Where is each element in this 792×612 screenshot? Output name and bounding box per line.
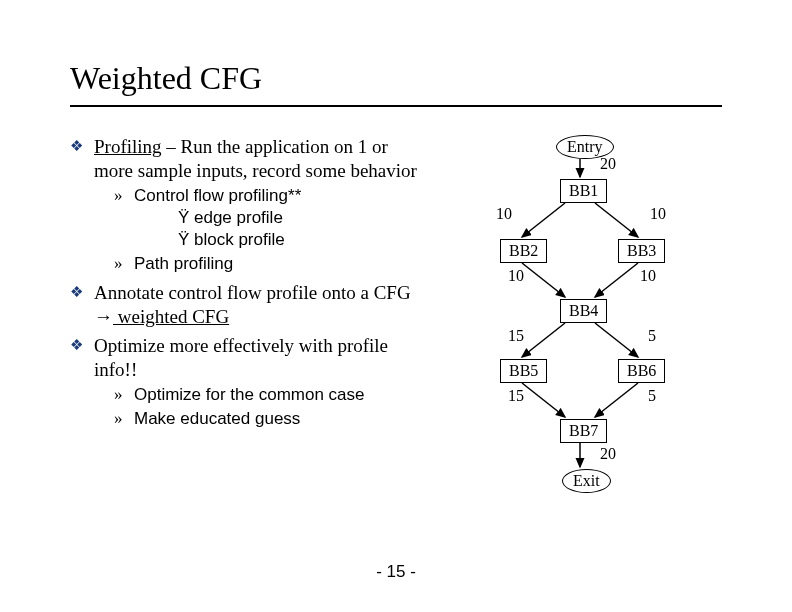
- sub-control-flow-label: Control flow profiling**: [134, 186, 301, 205]
- text-column: Profiling – Run the application on 1 or …: [70, 135, 430, 565]
- slide-title: Weighted CFG: [70, 60, 722, 107]
- weight-bb3-bb4: 10: [640, 267, 656, 285]
- svg-line-3: [522, 263, 565, 297]
- weight-bb4-bb6: 5: [648, 327, 656, 345]
- svg-line-1: [522, 203, 565, 237]
- subsub-list-cfp: edge profile block profile: [134, 207, 430, 251]
- svg-line-5: [522, 323, 565, 357]
- node-bb3: BB3: [618, 239, 665, 263]
- bullet-list: Profiling – Run the application on 1 or …: [70, 135, 430, 430]
- sub-control-flow-profiling: Control flow profiling** edge profile bl…: [94, 185, 430, 251]
- subsub-block-profile: block profile: [134, 229, 430, 251]
- node-bb1: BB1: [560, 179, 607, 203]
- bullet-optimize-text: Optimize more effectively with profile i…: [94, 335, 388, 380]
- node-bb2: BB2: [500, 239, 547, 263]
- weight-bb5-bb7: 15: [508, 387, 524, 405]
- slide: Weighted CFG Profiling – Run the applica…: [0, 0, 792, 612]
- node-bb6: BB6: [618, 359, 665, 383]
- svg-line-8: [595, 383, 638, 417]
- content-area: Profiling – Run the application on 1 or …: [70, 135, 722, 565]
- bullet-annotate-b: weighted CFG: [113, 306, 229, 327]
- bullet-profiling-keyword: Profiling: [94, 136, 162, 157]
- node-bb5: BB5: [500, 359, 547, 383]
- bullet-profiling: Profiling – Run the application on 1 or …: [70, 135, 430, 275]
- weight-bb1-bb2: 10: [496, 205, 512, 223]
- bullet-optimize: Optimize more effectively with profile i…: [70, 334, 430, 430]
- sub-list-optimize: Optimize for the common case Make educat…: [94, 384, 430, 430]
- weight-bb4-bb5: 15: [508, 327, 524, 345]
- page-number: - 15 -: [0, 562, 792, 582]
- weight-bb2-bb4: 10: [508, 267, 524, 285]
- svg-line-6: [595, 323, 638, 357]
- svg-line-4: [595, 263, 638, 297]
- weight-bb7-exit: 20: [600, 445, 616, 463]
- node-exit: Exit: [562, 469, 611, 493]
- cfg-diagram: Entry 20 BB1 10 10 BB2 BB3 10 10 BB4 15 …: [450, 135, 722, 565]
- weight-bb6-bb7: 5: [648, 387, 656, 405]
- bullet-annotate: Annotate control flow profile onto a CFG…: [70, 281, 430, 329]
- node-bb7: BB7: [560, 419, 607, 443]
- sub-educated-guess: Make educated guess: [94, 408, 430, 430]
- svg-line-7: [522, 383, 565, 417]
- arrow-icon: →: [94, 306, 113, 327]
- sub-path-profiling: Path profiling: [94, 253, 430, 275]
- sub-list-profiling: Control flow profiling** edge profile bl…: [94, 185, 430, 275]
- node-bb4: BB4: [560, 299, 607, 323]
- bullet-annotate-a: Annotate control flow profile onto a CFG: [94, 282, 411, 303]
- sub-common-case: Optimize for the common case: [94, 384, 430, 406]
- subsub-edge-profile: edge profile: [134, 207, 430, 229]
- svg-line-2: [595, 203, 638, 237]
- weight-entry-bb1: 20: [600, 155, 616, 173]
- weight-bb1-bb3: 10: [650, 205, 666, 223]
